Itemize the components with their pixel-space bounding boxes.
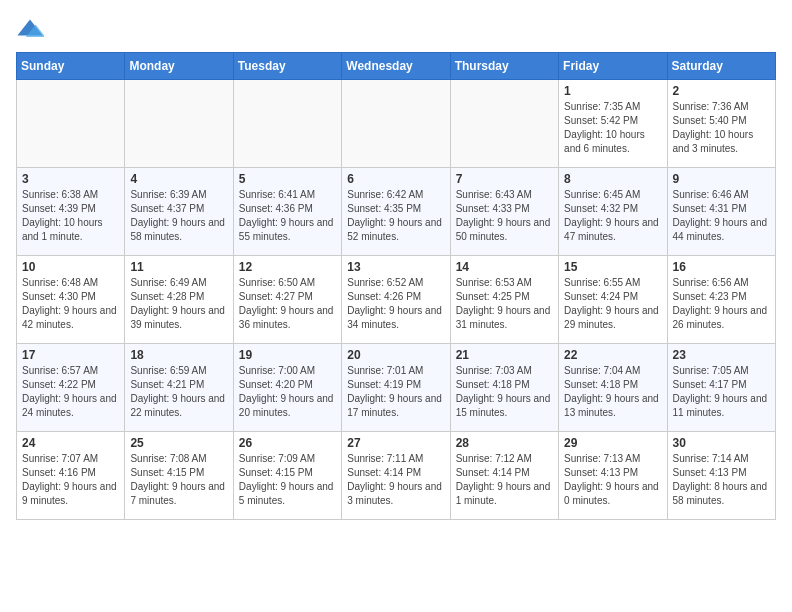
day-number: 16: [673, 260, 770, 274]
calendar-header-row: SundayMondayTuesdayWednesdayThursdayFrid…: [17, 53, 776, 80]
calendar-cell: 24Sunrise: 7:07 AM Sunset: 4:16 PM Dayli…: [17, 432, 125, 520]
day-info: Sunrise: 7:08 AM Sunset: 4:15 PM Dayligh…: [130, 452, 227, 508]
calendar-cell: 29Sunrise: 7:13 AM Sunset: 4:13 PM Dayli…: [559, 432, 667, 520]
calendar-cell: 25Sunrise: 7:08 AM Sunset: 4:15 PM Dayli…: [125, 432, 233, 520]
calendar-week-row: 17Sunrise: 6:57 AM Sunset: 4:22 PM Dayli…: [17, 344, 776, 432]
day-info: Sunrise: 6:46 AM Sunset: 4:31 PM Dayligh…: [673, 188, 770, 244]
day-info: Sunrise: 6:41 AM Sunset: 4:36 PM Dayligh…: [239, 188, 336, 244]
calendar-week-row: 3Sunrise: 6:38 AM Sunset: 4:39 PM Daylig…: [17, 168, 776, 256]
day-number: 28: [456, 436, 553, 450]
day-number: 13: [347, 260, 444, 274]
column-header-wednesday: Wednesday: [342, 53, 450, 80]
calendar-cell: 5Sunrise: 6:41 AM Sunset: 4:36 PM Daylig…: [233, 168, 341, 256]
calendar-cell: [342, 80, 450, 168]
calendar-cell: 23Sunrise: 7:05 AM Sunset: 4:17 PM Dayli…: [667, 344, 775, 432]
day-info: Sunrise: 6:43 AM Sunset: 4:33 PM Dayligh…: [456, 188, 553, 244]
day-number: 3: [22, 172, 119, 186]
day-info: Sunrise: 7:35 AM Sunset: 5:42 PM Dayligh…: [564, 100, 661, 156]
day-info: Sunrise: 7:12 AM Sunset: 4:14 PM Dayligh…: [456, 452, 553, 508]
calendar-cell: 3Sunrise: 6:38 AM Sunset: 4:39 PM Daylig…: [17, 168, 125, 256]
column-header-tuesday: Tuesday: [233, 53, 341, 80]
calendar-cell: 8Sunrise: 6:45 AM Sunset: 4:32 PM Daylig…: [559, 168, 667, 256]
day-number: 12: [239, 260, 336, 274]
day-info: Sunrise: 6:45 AM Sunset: 4:32 PM Dayligh…: [564, 188, 661, 244]
day-number: 27: [347, 436, 444, 450]
day-number: 5: [239, 172, 336, 186]
calendar-cell: 9Sunrise: 6:46 AM Sunset: 4:31 PM Daylig…: [667, 168, 775, 256]
day-number: 9: [673, 172, 770, 186]
page-header: [16, 16, 776, 44]
day-number: 19: [239, 348, 336, 362]
calendar-cell: 11Sunrise: 6:49 AM Sunset: 4:28 PM Dayli…: [125, 256, 233, 344]
calendar-cell: 4Sunrise: 6:39 AM Sunset: 4:37 PM Daylig…: [125, 168, 233, 256]
calendar-cell: 26Sunrise: 7:09 AM Sunset: 4:15 PM Dayli…: [233, 432, 341, 520]
column-header-saturday: Saturday: [667, 53, 775, 80]
logo-icon: [16, 16, 44, 44]
logo: [16, 16, 48, 44]
day-info: Sunrise: 6:48 AM Sunset: 4:30 PM Dayligh…: [22, 276, 119, 332]
calendar-week-row: 24Sunrise: 7:07 AM Sunset: 4:16 PM Dayli…: [17, 432, 776, 520]
calendar-cell: [125, 80, 233, 168]
day-number: 30: [673, 436, 770, 450]
calendar-cell: 19Sunrise: 7:00 AM Sunset: 4:20 PM Dayli…: [233, 344, 341, 432]
day-info: Sunrise: 6:42 AM Sunset: 4:35 PM Dayligh…: [347, 188, 444, 244]
day-info: Sunrise: 6:49 AM Sunset: 4:28 PM Dayligh…: [130, 276, 227, 332]
day-number: 10: [22, 260, 119, 274]
calendar-cell: 14Sunrise: 6:53 AM Sunset: 4:25 PM Dayli…: [450, 256, 558, 344]
day-number: 8: [564, 172, 661, 186]
calendar-cell: 6Sunrise: 6:42 AM Sunset: 4:35 PM Daylig…: [342, 168, 450, 256]
day-info: Sunrise: 7:09 AM Sunset: 4:15 PM Dayligh…: [239, 452, 336, 508]
calendar-cell: 28Sunrise: 7:12 AM Sunset: 4:14 PM Dayli…: [450, 432, 558, 520]
calendar-week-row: 1Sunrise: 7:35 AM Sunset: 5:42 PM Daylig…: [17, 80, 776, 168]
day-number: 22: [564, 348, 661, 362]
day-number: 26: [239, 436, 336, 450]
day-number: 1: [564, 84, 661, 98]
calendar-cell: 21Sunrise: 7:03 AM Sunset: 4:18 PM Dayli…: [450, 344, 558, 432]
calendar-cell: 16Sunrise: 6:56 AM Sunset: 4:23 PM Dayli…: [667, 256, 775, 344]
day-number: 14: [456, 260, 553, 274]
day-info: Sunrise: 6:53 AM Sunset: 4:25 PM Dayligh…: [456, 276, 553, 332]
day-number: 6: [347, 172, 444, 186]
column-header-friday: Friday: [559, 53, 667, 80]
day-info: Sunrise: 7:07 AM Sunset: 4:16 PM Dayligh…: [22, 452, 119, 508]
calendar-week-row: 10Sunrise: 6:48 AM Sunset: 4:30 PM Dayli…: [17, 256, 776, 344]
day-number: 15: [564, 260, 661, 274]
day-info: Sunrise: 6:59 AM Sunset: 4:21 PM Dayligh…: [130, 364, 227, 420]
day-info: Sunrise: 7:05 AM Sunset: 4:17 PM Dayligh…: [673, 364, 770, 420]
day-info: Sunrise: 7:14 AM Sunset: 4:13 PM Dayligh…: [673, 452, 770, 508]
calendar-cell: 15Sunrise: 6:55 AM Sunset: 4:24 PM Dayli…: [559, 256, 667, 344]
calendar-cell: [233, 80, 341, 168]
calendar-cell: 12Sunrise: 6:50 AM Sunset: 4:27 PM Dayli…: [233, 256, 341, 344]
day-number: 21: [456, 348, 553, 362]
day-info: Sunrise: 6:38 AM Sunset: 4:39 PM Dayligh…: [22, 188, 119, 244]
day-info: Sunrise: 6:50 AM Sunset: 4:27 PM Dayligh…: [239, 276, 336, 332]
day-info: Sunrise: 7:36 AM Sunset: 5:40 PM Dayligh…: [673, 100, 770, 156]
day-info: Sunrise: 7:11 AM Sunset: 4:14 PM Dayligh…: [347, 452, 444, 508]
calendar-cell: 7Sunrise: 6:43 AM Sunset: 4:33 PM Daylig…: [450, 168, 558, 256]
day-number: 11: [130, 260, 227, 274]
column-header-thursday: Thursday: [450, 53, 558, 80]
calendar-cell: 30Sunrise: 7:14 AM Sunset: 4:13 PM Dayli…: [667, 432, 775, 520]
day-number: 17: [22, 348, 119, 362]
day-info: Sunrise: 7:00 AM Sunset: 4:20 PM Dayligh…: [239, 364, 336, 420]
calendar-cell: 2Sunrise: 7:36 AM Sunset: 5:40 PM Daylig…: [667, 80, 775, 168]
day-number: 7: [456, 172, 553, 186]
day-info: Sunrise: 6:55 AM Sunset: 4:24 PM Dayligh…: [564, 276, 661, 332]
day-number: 20: [347, 348, 444, 362]
day-number: 4: [130, 172, 227, 186]
day-number: 2: [673, 84, 770, 98]
calendar-cell: [17, 80, 125, 168]
calendar-cell: 22Sunrise: 7:04 AM Sunset: 4:18 PM Dayli…: [559, 344, 667, 432]
day-number: 29: [564, 436, 661, 450]
column-header-monday: Monday: [125, 53, 233, 80]
column-header-sunday: Sunday: [17, 53, 125, 80]
day-number: 24: [22, 436, 119, 450]
calendar-cell: 20Sunrise: 7:01 AM Sunset: 4:19 PM Dayli…: [342, 344, 450, 432]
day-number: 23: [673, 348, 770, 362]
day-number: 25: [130, 436, 227, 450]
calendar-table: SundayMondayTuesdayWednesdayThursdayFrid…: [16, 52, 776, 520]
day-info: Sunrise: 7:13 AM Sunset: 4:13 PM Dayligh…: [564, 452, 661, 508]
calendar-cell: 10Sunrise: 6:48 AM Sunset: 4:30 PM Dayli…: [17, 256, 125, 344]
day-info: Sunrise: 6:39 AM Sunset: 4:37 PM Dayligh…: [130, 188, 227, 244]
day-info: Sunrise: 7:03 AM Sunset: 4:18 PM Dayligh…: [456, 364, 553, 420]
